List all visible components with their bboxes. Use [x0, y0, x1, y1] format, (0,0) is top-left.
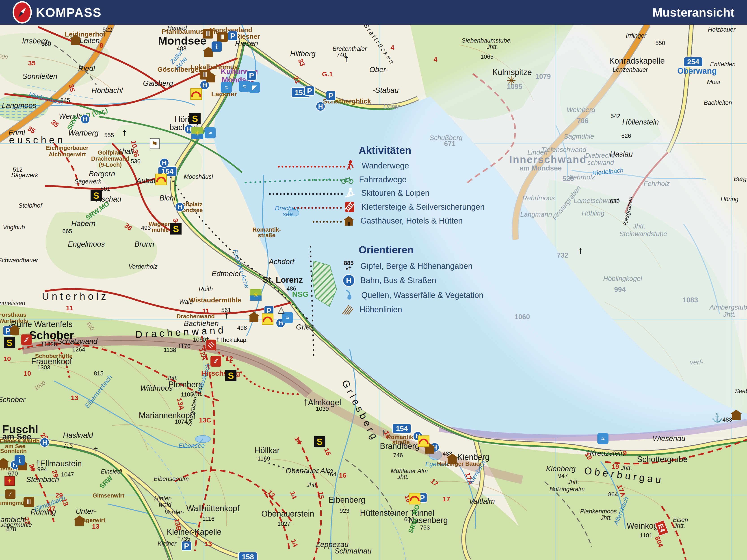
map-label: 1264	[72, 347, 85, 353]
map-label: 764	[327, 471, 336, 477]
map-label: Kleiner	[158, 541, 176, 547]
legend-item-gipfel: 885•† Gipfel, Berge & Höhenangaben	[341, 260, 472, 272]
map-label: 10	[24, 370, 31, 377]
spring-icon	[342, 289, 357, 301]
map-label: 8	[100, 42, 103, 49]
map-label: 522	[102, 27, 112, 33]
bus-stop-icon: H	[315, 102, 326, 111]
map-label: 17	[429, 477, 439, 487]
road-number-badge: 158	[238, 552, 258, 560]
map-label: 536	[131, 158, 140, 164]
map-label: Wildmoos	[140, 384, 173, 392]
map-label: Jhtt.	[397, 474, 409, 480]
map-label: Achdorf	[269, 258, 294, 265]
map-label: Höribachl	[92, 87, 123, 94]
map-label: Jhtt.	[674, 523, 685, 529]
poi-icon	[418, 435, 430, 447]
map-label: Seeb	[735, 388, 747, 395]
kompass-logo-text: KOMPASS	[36, 5, 102, 20]
map-label: Holzbauer	[708, 27, 735, 33]
map-label: Sägewerk	[74, 179, 101, 185]
church-cross-icon: †	[578, 247, 583, 256]
map-label: 1138	[163, 347, 176, 353]
map-label: 1079	[535, 73, 551, 80]
map-label: Berge	[734, 176, 747, 182]
info-icon: i	[15, 455, 25, 465]
map-label: 20	[28, 463, 36, 472]
leader-wanderwege	[278, 166, 345, 167]
map-label: Jhtt.	[306, 482, 318, 488]
bus-stop-icon: H	[40, 437, 50, 447]
map-label: 1074	[175, 419, 187, 425]
map-label: Schatzwand	[57, 338, 98, 345]
marina-icon: ⚓	[712, 412, 723, 423]
swimming-icon: ≈	[597, 433, 609, 444]
map-label: Bachleiten	[704, 100, 732, 106]
map-label: Vorderholz	[128, 264, 158, 270]
via-ferrata-icon: ☰	[206, 340, 216, 350]
ski-tourer-icon	[342, 187, 357, 199]
map-label: Schober	[0, 396, 25, 403]
map-label: 493	[141, 225, 151, 231]
map-label: Gaisberg	[143, 80, 173, 87]
map-label: Tiefenschwand	[541, 146, 586, 153]
map-label: Wallhüttenkopf	[186, 504, 239, 513]
map-label: Roith	[199, 286, 213, 292]
map-label: 12	[226, 355, 233, 362]
church-cross-icon: †	[381, 428, 386, 437]
map-label: 35	[28, 60, 35, 67]
legend-item-klettersteige: Klettersteige & Seilversicherungen	[342, 201, 485, 213]
map-label: Moar	[707, 79, 721, 85]
map-label: Hemed	[167, 25, 187, 31]
map-label: Wagner-	[149, 221, 172, 227]
legend-item-quellen: Quellen, Wasserfälle & Vegetation	[342, 289, 484, 301]
map-label: Steinwandstube	[619, 231, 667, 237]
parking-icon: P	[326, 90, 336, 101]
map-label: Oberwang	[677, 67, 717, 75]
map-label: Wiesenau	[653, 435, 685, 443]
map-label: Gries	[296, 323, 314, 331]
map-label: 665	[62, 228, 72, 234]
map-label: Klausbach	[196, 363, 212, 393]
map-label: D r a c h e n w a n d	[135, 325, 224, 340]
map-label: 994	[614, 286, 626, 293]
kompass-logo[interactable]: KOMPASS	[12, 1, 102, 24]
hut-icon	[730, 410, 742, 420]
climbing-icon: ∕∕	[210, 356, 221, 367]
map-label: Höbling	[582, 210, 604, 217]
map-label: Haslau	[610, 150, 633, 158]
map-label: Kienberg	[546, 465, 575, 473]
map-label: 1169	[258, 456, 270, 462]
map-label: -wald	[157, 502, 172, 508]
map-label: Jhtt.	[487, 44, 498, 50]
map-label: Lenzenbauer	[613, 67, 648, 73]
parking-icon: P	[181, 541, 191, 551]
map-label: 994	[37, 466, 47, 473]
map-label: -Stabau	[373, 86, 399, 94]
map-label: G.1	[322, 71, 333, 78]
map-label: Unter-	[76, 508, 96, 515]
map-label: Eibensee	[179, 443, 205, 449]
map-label: 35	[68, 84, 76, 92]
map-label: Irrlinger	[626, 33, 646, 39]
map-label: Jägermühle	[0, 522, 32, 528]
e4-trail-badge: E4	[655, 520, 669, 536]
map-label: 10	[3, 355, 11, 363]
map-label: 1000	[33, 380, 46, 392]
map-label: Sonnleiten	[22, 73, 57, 80]
map-label: mühle	[152, 227, 169, 233]
map-label: Almbergstube	[710, 304, 747, 311]
map-label: SRW,MO	[84, 200, 110, 221]
ski-route-marker-icon: S	[4, 337, 15, 348]
map-label: 21	[292, 75, 302, 85]
map-label: Ober-	[369, 66, 388, 74]
map-label: 923	[339, 508, 349, 514]
map-label: see	[283, 211, 293, 217]
map-label: 501	[100, 186, 110, 192]
museum-icon: Ⅲ	[24, 497, 34, 507]
map-label: Jhtt.	[600, 515, 612, 521]
map-label: Engelmoos	[68, 240, 105, 248]
map-label: 1065	[481, 54, 493, 60]
map-label: 14	[293, 435, 303, 446]
map-label: U n t e r h o l z	[42, 291, 106, 301]
